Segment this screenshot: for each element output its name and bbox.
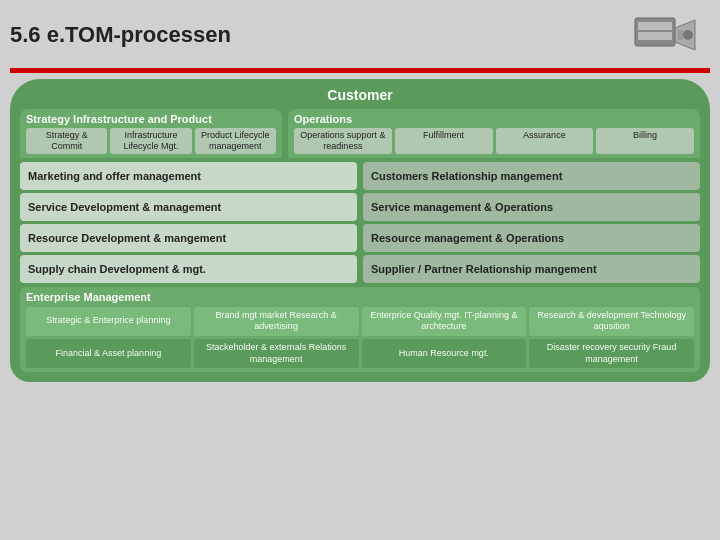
sip-cell-2: Product Lifecycle management: [195, 128, 276, 154]
ops-cell-0: Operations support & readiness: [294, 128, 392, 154]
page: 5.6 e.TOM-processen Customer Strategy In…: [0, 0, 720, 540]
ops-title: Operations: [294, 113, 694, 125]
row-1-left: Service Development & management: [20, 193, 357, 221]
row-0-left: Marketing and offer management: [20, 162, 357, 190]
row-3-right: Supplier / Partner Relationship mangemen…: [363, 255, 700, 283]
row-0-right: Customers Relationship mangement: [363, 162, 700, 190]
row-1-right: Service management & Operations: [363, 193, 700, 221]
sip-cell-0: Strategy & Commit: [26, 128, 107, 154]
main-container: Customer Strategy Infrastructure and Pro…: [10, 79, 710, 382]
svg-point-4: [683, 30, 693, 40]
sip-cells: Strategy & Commit Infrastructure Lifecyc…: [26, 128, 276, 154]
row-0: Marketing and offer management Customers…: [20, 162, 700, 190]
enterprise-section: Enterprise Management Strategic & Enterp…: [20, 287, 700, 373]
row-3: Supply chain Development & mgt. Supplier…: [20, 255, 700, 283]
svg-rect-2: [638, 32, 672, 40]
row-3-left: Supply chain Development & mgt.: [20, 255, 357, 283]
row-2-left: Resource Development & mangement: [20, 224, 357, 252]
svg-rect-5: [678, 30, 683, 40]
ops-cell-1: Fulfillment: [395, 128, 493, 154]
ent-cell-1-0: Financial & Asset planning: [26, 339, 191, 368]
ops-cell-3: Billing: [596, 128, 694, 154]
enterprise-title: Enterprise Management: [26, 291, 694, 303]
ent-cell-0-3: Research & development Technology aqusit…: [529, 307, 694, 336]
top-section: Strategy Infrastructure and Product Stra…: [20, 109, 700, 158]
ent-cell-1-1: Stackeholder & externals Relations manag…: [194, 339, 359, 368]
customer-label: Customer: [20, 87, 700, 103]
row-1: Service Development & management Service…: [20, 193, 700, 221]
ent-cell-1-2: Human Resource mgt.: [362, 339, 527, 368]
sip-title: Strategy Infrastructure and Product: [26, 113, 276, 125]
sip-cell-1: Infrastructure Lifecycle Mgt.: [110, 128, 191, 154]
sip-box: Strategy Infrastructure and Product Stra…: [20, 109, 282, 158]
ops-box: Operations Operations support & readines…: [288, 109, 700, 158]
row-2-right: Resource management & Operations: [363, 224, 700, 252]
enterprise-grid: Strategic & Enterprice planning Brand mg…: [26, 307, 694, 369]
ops-cells: Operations support & readiness Fulfillme…: [294, 128, 694, 154]
page-title: 5.6 e.TOM-processen: [10, 10, 710, 60]
etom-icon: [630, 10, 710, 60]
red-divider: [10, 68, 710, 73]
ops-cell-2: Assurance: [496, 128, 594, 154]
ent-cell-0-0: Strategic & Enterprice planning: [26, 307, 191, 336]
ent-cell-1-3: Disaster recovery security Fraud managem…: [529, 339, 694, 368]
row-2: Resource Development & mangement Resourc…: [20, 224, 700, 252]
title-text: 5.6 e.TOM-processen: [10, 22, 231, 48]
ent-cell-0-2: Enterprice Quality mgt. IT-planning & ar…: [362, 307, 527, 336]
svg-rect-1: [638, 22, 672, 30]
ent-cell-0-1: Brand mgt market Research & advertising: [194, 307, 359, 336]
